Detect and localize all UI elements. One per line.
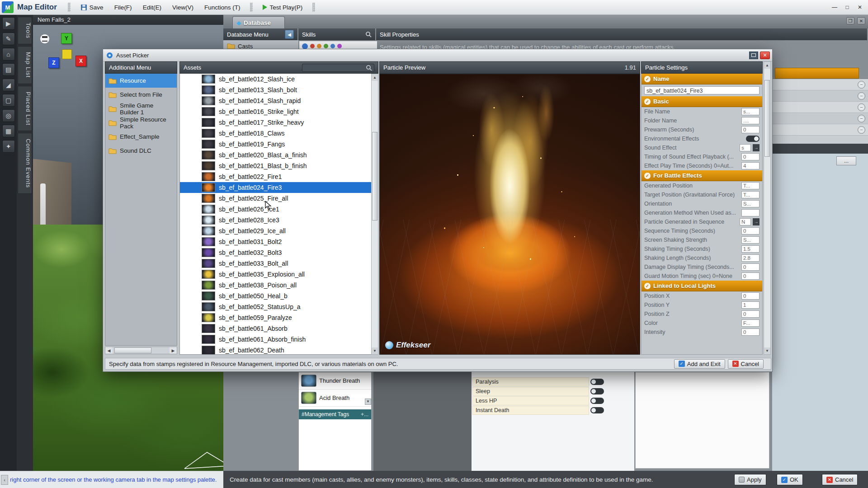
sidebar-tab[interactable]: Tools <box>18 17 32 44</box>
setting-value[interactable]: 0 <box>741 310 760 318</box>
asset-row[interactable]: sb_ef_battle059_Paralyze <box>180 312 378 323</box>
minimize-button[interactable]: — <box>828 2 841 13</box>
orange-dot-icon[interactable] <box>317 44 321 48</box>
additional-menu-item[interactable]: Resource <box>105 74 177 88</box>
sidebar-tab[interactable]: Common Events <box>18 133 32 194</box>
setting-value[interactable]: 0 <box>741 263 760 271</box>
minus-circle-icon[interactable]: − <box>858 115 865 122</box>
magnifier-icon[interactable]: ◎ <box>2 109 15 122</box>
vertical-scrollbar[interactable]: ▲ ▼ <box>764 61 771 355</box>
axis-gizmo[interactable]: Y Z X <box>46 32 95 82</box>
setting-value[interactable]: 0 <box>741 126 760 133</box>
search-icon[interactable] <box>365 31 372 38</box>
toolbar-grip[interactable] <box>312 3 315 12</box>
asset-row[interactable]: sb_ef_battle061_Absorb_finish <box>180 334 378 345</box>
scroll-up-button[interactable]: ▲ <box>372 74 378 81</box>
asset-row[interactable]: sb_ef_battle050_Heal_b <box>180 291 378 301</box>
additional-menu-item[interactable]: Simple Resource Pack <box>105 116 177 130</box>
blue-dot-icon[interactable] <box>330 44 335 48</box>
state-toggle[interactable] <box>590 407 604 413</box>
purple-dot-icon[interactable] <box>337 44 342 48</box>
toggle-switch[interactable] <box>746 136 760 142</box>
settings-section-header[interactable]: Basic <box>642 96 762 107</box>
additional-menu-item[interactable]: Effect_Sample <box>105 130 177 144</box>
management-tags-bar[interactable]: #Management Tags +... <box>299 409 371 419</box>
scroll-down-button[interactable]: ▼ <box>764 347 770 354</box>
asset-row[interactable]: sb_ef_battle031_Bolt2 <box>180 236 378 247</box>
add-tag-button[interactable]: +... <box>361 411 368 418</box>
scroll-down-button[interactable]: ▼ <box>365 399 371 405</box>
asset-row[interactable]: sb_ef_battle020_Blast_a_finish <box>180 150 378 160</box>
toolbar-grip[interactable] <box>68 3 71 12</box>
setting-value[interactable]: s <box>740 144 751 151</box>
asset-row[interactable]: sb_ef_battle012_Slash_ice <box>180 74 378 84</box>
settings-section-header[interactable]: For Battle Effects <box>642 170 762 181</box>
scroll-up-button[interactable]: ▲ <box>764 62 770 69</box>
minus-circle-icon[interactable]: − <box>858 126 865 134</box>
scrollbar-thumb[interactable] <box>764 80 770 157</box>
building-icon[interactable]: ⌂ <box>2 48 15 61</box>
menubar-menu[interactable]: File(F) <box>109 0 137 15</box>
menubar-menu[interactable]: Edit(E) <box>137 0 167 15</box>
horizontal-scrollbar[interactable]: ◀ ▶ <box>105 347 177 354</box>
scroll-left-button[interactable]: ◀ <box>105 347 113 354</box>
slope-icon[interactable]: ◢ <box>2 79 15 91</box>
minus-circle-icon[interactable]: − <box>858 103 865 111</box>
asset-row[interactable]: sb_ef_battle032_Bolt3 <box>180 247 378 258</box>
grid-icon[interactable]: ▦ <box>2 125 15 137</box>
setting-value[interactable]: 0 <box>741 328 760 336</box>
close-icon[interactable]: ✕ <box>857 17 865 24</box>
scrollbar-thumb[interactable] <box>372 132 377 221</box>
scroll-down-button[interactable]: ▼ <box>372 347 378 354</box>
additional-menu-item[interactable]: Select from File <box>105 88 177 102</box>
asset-row[interactable]: sb_ef_battle028_Ice3 <box>180 215 378 225</box>
asset-row[interactable]: sb_ef_battle038_Poison_all <box>180 280 378 291</box>
tab-database[interactable]: ◆ Database <box>232 16 285 28</box>
skill-list-item[interactable]: Thunder Breath <box>299 372 371 389</box>
skill-list-item[interactable]: Acid Breath <box>299 389 371 407</box>
cancel-button[interactable]: ✕ Cancel <box>822 474 858 485</box>
asset-row[interactable]: sb_ef_battle029_Ice_all <box>180 225 378 236</box>
asset-row[interactable]: sb_ef_battle018_Claws <box>180 128 378 139</box>
setting-value[interactable]: 0 <box>741 292 760 300</box>
state-toggle[interactable] <box>590 398 604 404</box>
setting-value[interactable]: N <box>740 218 751 225</box>
asset-row[interactable]: sb_ef_battle017_Strike_heavy <box>180 117 378 128</box>
asset-row[interactable]: sb_ef_battle014_Slash_rapid <box>180 95 378 106</box>
menubar-menu[interactable]: View(V) <box>167 0 199 15</box>
particle-preview-canvas[interactable]: Effekseer <box>379 74 640 355</box>
additional-menu-item[interactable]: Smile Game Builder 1 <box>105 102 177 116</box>
asset-row[interactable]: sb_ef_battle061_Absorb <box>180 323 378 334</box>
settings-section-header[interactable]: Linked to Local Lights <box>642 281 762 291</box>
setting-value[interactable]: 2.8 <box>741 254 760 262</box>
asset-row[interactable]: sb_ef_battle035_Explosion_all <box>180 269 378 280</box>
asset-row[interactable]: sb_ef_battle025_Fire_all <box>180 193 378 204</box>
setting-value[interactable]: .... <box>741 117 760 124</box>
setting-value[interactable]: 0 <box>741 153 760 160</box>
scroll-left-button[interactable]: ‹ <box>1 475 8 485</box>
setting-value[interactable]: T... <box>741 191 760 198</box>
axis-y-cube[interactable]: Y <box>61 33 72 44</box>
axis-x-cube[interactable]: X <box>75 56 86 66</box>
red-dot-icon[interactable] <box>310 44 315 48</box>
dropdown-arrow-button[interactable] <box>753 218 760 225</box>
setting-value[interactable]: S... <box>741 236 760 244</box>
asset-search-input[interactable] <box>302 64 374 72</box>
minus-circle-icon[interactable]: − <box>858 81 865 89</box>
setting-value[interactable]: 1 <box>741 301 760 309</box>
scroll-right-button[interactable]: ▶ <box>170 347 177 354</box>
close-button[interactable]: ✕ <box>760 52 770 59</box>
ok-button[interactable]: ✓ OK <box>777 474 803 485</box>
minus-circle-icon[interactable]: − <box>858 92 865 100</box>
setting-value[interactable]: 1.5 <box>741 245 760 253</box>
draw-map-icon[interactable]: ✎ <box>2 33 15 45</box>
setting-value[interactable] <box>741 209 760 216</box>
apply-button[interactable]: Apply <box>734 474 766 485</box>
toolbar-grip[interactable] <box>250 3 253 12</box>
axis-center-cube[interactable] <box>62 49 72 59</box>
setting-value[interactable]: 4 <box>741 162 760 169</box>
additional-menu-item[interactable]: Sound DLC <box>105 144 177 158</box>
asset-row[interactable]: sb_ef_battle062_Death <box>180 345 378 355</box>
restore-button[interactable] <box>749 52 758 59</box>
collapse-menu-button[interactable]: ◀ <box>285 30 294 39</box>
